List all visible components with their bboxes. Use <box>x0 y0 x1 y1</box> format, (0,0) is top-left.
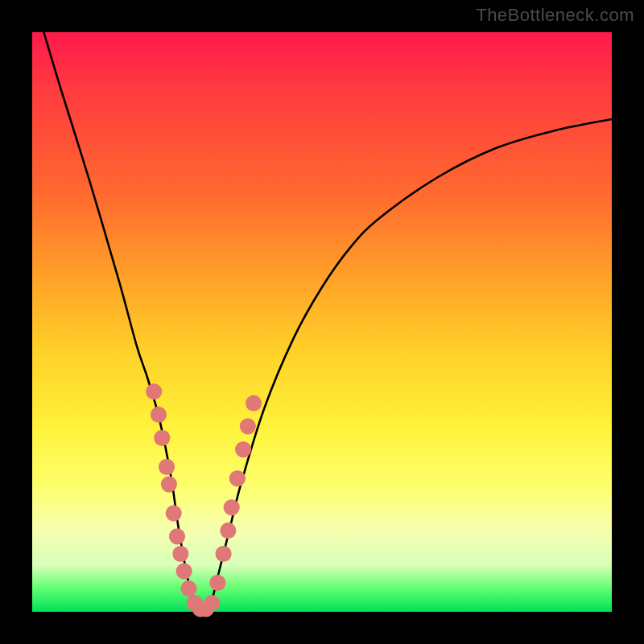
highlight-dot <box>151 407 167 423</box>
highlight-dot <box>229 470 246 486</box>
highlight-dot <box>220 522 236 539</box>
highlight-dot <box>176 564 192 580</box>
highlight-dot <box>166 506 182 522</box>
highlight-dot <box>216 546 232 562</box>
watermark-text: TheBottleneck.com <box>476 5 634 26</box>
chart-stage: TheBottleneck.com <box>0 0 644 644</box>
highlight-dot <box>224 499 240 515</box>
highlight-dot <box>240 419 256 435</box>
highlight-dot <box>169 528 185 544</box>
highlight-dot <box>246 395 262 411</box>
highlight-dot <box>159 459 175 475</box>
chart-svg <box>32 32 612 612</box>
plot-area <box>32 32 612 612</box>
highlight-dot <box>146 383 162 399</box>
highlight-dot <box>204 595 220 611</box>
bottleneck-curve <box>43 32 612 613</box>
highlight-dots <box>146 383 262 617</box>
highlight-dot <box>161 477 177 493</box>
highlight-dot <box>209 575 225 591</box>
highlight-dot <box>235 441 251 457</box>
highlight-dot <box>180 580 196 597</box>
highlight-dot <box>172 546 188 562</box>
highlight-dot <box>154 430 170 446</box>
